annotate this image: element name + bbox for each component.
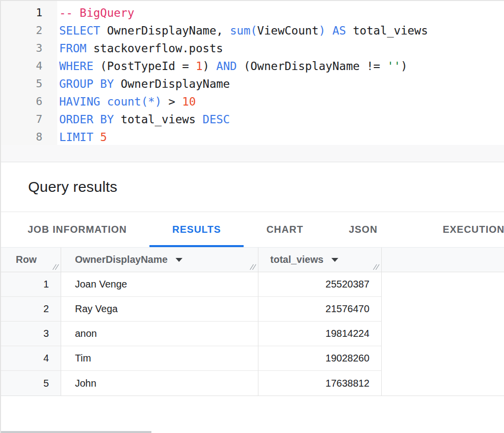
line-number: 6 <box>1 93 42 110</box>
total-views-cell: 17638812 <box>258 371 382 396</box>
code-token-kw: GROUP BY <box>59 77 114 90</box>
code-token-plain: total_views <box>114 113 203 126</box>
line-number: 2 <box>1 22 42 39</box>
code-line[interactable]: -- BigQuery <box>59 4 504 22</box>
code-token-plain <box>93 131 100 144</box>
line-number: 3 <box>1 39 42 57</box>
code-line[interactable]: GROUP BY OwnerDisplayName <box>59 75 504 93</box>
code-token-plain: (PostTypeId = <box>93 60 196 72</box>
line-number: 7 <box>1 110 42 128</box>
total-views-cell: 25520387 <box>258 272 382 297</box>
column-resize-grip-icon[interactable] <box>52 264 59 270</box>
table-empty-area <box>382 272 504 297</box>
code-token-plain: total_views <box>346 24 428 37</box>
column-header-label: total_views <box>270 254 324 265</box>
code-line[interactable]: WHERE (PostTypeId = 1) AND (OwnerDisplay… <box>59 57 504 75</box>
query-results-header: Query results <box>1 162 504 212</box>
code-token-fn: ) <box>319 24 325 37</box>
code-line[interactable]: LIMIT 5 <box>59 128 504 146</box>
row-number-cell: 2 <box>1 297 61 322</box>
results-tabbar: JOB INFORMATIONRESULTSCHARTJSONEXECUTION… <box>1 212 504 248</box>
row-number-cell: 4 <box>1 346 61 371</box>
sql-editor[interactable]: 12345678 -- BigQuerySELECT OwnerDisplayN… <box>1 1 504 162</box>
owner-name-cell: John <box>61 371 258 396</box>
total-views-cell: 19814224 <box>258 322 382 346</box>
bigquery-query-panel: 12345678 -- BigQuerySELECT OwnerDisplayN… <box>0 0 504 433</box>
tab-results[interactable]: RESULTS <box>149 212 244 247</box>
horizontal-scrollbar-thumb[interactable] <box>1 431 151 433</box>
sql-editor-body: 12345678 -- BigQuerySELECT OwnerDisplayN… <box>1 1 504 145</box>
code-token-kw: FROM <box>59 42 86 55</box>
editor-bottom-strip <box>1 145 504 162</box>
code-line[interactable]: SELECT OwnerDisplayName, sum(ViewCount) … <box>59 22 504 39</box>
code-token-num: 1 <box>196 60 203 72</box>
column-header-filler <box>382 248 504 272</box>
code-token-str: '' <box>387 60 401 72</box>
owner-name-cell: Joan Venge <box>61 272 258 297</box>
line-number: 8 <box>1 128 42 146</box>
code-token-fn: count(*) <box>107 95 162 108</box>
code-token-kw: HAVING <box>59 95 100 108</box>
code-token-kw: WHERE <box>59 60 93 72</box>
code-token-plain: (OwnerDisplayName != <box>237 60 387 72</box>
code-token-plain: > <box>162 95 182 108</box>
line-number: 4 <box>1 57 42 75</box>
column-header-ownerdisplayname: OwnerDisplayName <box>61 248 258 272</box>
owner-name-cell: Ray Vega <box>61 297 258 322</box>
tab-execution-details[interactable]: EXECUTION DETAILS <box>400 212 504 247</box>
code-token-plain: OwnerDisplayName, <box>100 24 230 37</box>
code-line[interactable]: FROM stackoverflow.posts <box>59 39 504 57</box>
code-token-plain: OwnerDisplayName <box>114 77 230 90</box>
column-resize-grip-icon[interactable] <box>250 264 256 270</box>
code-token-kw: SELECT <box>59 24 100 37</box>
results-table: RowOwnerDisplayNametotal_views1Joan Veng… <box>1 248 504 396</box>
code-line[interactable]: HAVING count(*) > 10 <box>59 93 504 110</box>
query-results-title: Query results <box>28 179 117 195</box>
row-number-cell: 3 <box>1 322 61 346</box>
column-header-row: Row <box>1 248 61 272</box>
code-token-kw: ORDER BY <box>59 113 114 126</box>
owner-name-cell: anon <box>61 322 258 346</box>
code-token-comment: -- BigQuery <box>59 6 134 19</box>
tab-chart[interactable]: CHART <box>244 212 326 247</box>
code-token-plain: ViewCount <box>257 24 319 37</box>
code-token-plain: stackoverflow.posts <box>86 42 223 55</box>
code-token-plain <box>100 95 107 108</box>
code-token-plain <box>325 24 332 37</box>
editor-code[interactable]: -- BigQuerySELECT OwnerDisplayName, sum(… <box>57 1 504 145</box>
code-token-kw: DESC <box>203 113 230 126</box>
row-number-cell: 5 <box>1 371 61 396</box>
row-number-cell: 1 <box>1 272 61 297</box>
line-number: 5 <box>1 75 42 93</box>
code-token-kw: AS <box>332 24 346 37</box>
code-token-num: 5 <box>100 131 107 144</box>
line-number: 1 <box>1 4 42 22</box>
code-token-kw: LIMIT <box>59 131 93 144</box>
owner-name-cell: Tim <box>61 346 258 371</box>
total-views-cell: 19028260 <box>258 346 382 371</box>
code-token-num: 10 <box>182 95 196 108</box>
tab-job-information[interactable]: JOB INFORMATION <box>5 212 149 247</box>
column-dropdown-arrow-icon[interactable] <box>176 258 182 262</box>
code-line[interactable]: ORDER BY total_views DESC <box>59 110 504 128</box>
column-header-label: OwnerDisplayName <box>75 254 168 265</box>
editor-gutter: 12345678 <box>1 1 57 145</box>
tab-json[interactable]: JSON <box>326 212 400 247</box>
column-resize-grip-icon[interactable] <box>373 264 380 270</box>
column-dropdown-arrow-icon[interactable] <box>331 258 338 262</box>
code-token-fn: sum( <box>230 24 257 37</box>
code-token-kw: AND <box>216 60 237 72</box>
code-token-plain: ) <box>203 60 216 72</box>
column-header-total_views: total_views <box>258 248 382 272</box>
column-header-label: Row <box>16 254 36 265</box>
total-views-cell: 21576470 <box>258 297 382 322</box>
code-token-plain: ) <box>400 60 407 72</box>
